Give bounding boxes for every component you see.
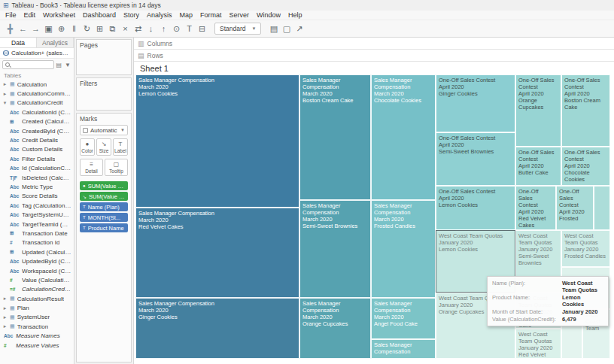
- menu-help[interactable]: Help: [284, 11, 306, 19]
- field-calculationid-calculati[interactable]: AbcCalculationId (Calculati...: [0, 108, 74, 117]
- treemap-tile[interactable]: Sales Manager CompensationMarch 2020Bost…: [299, 74, 371, 200]
- share-icon[interactable]: ↗: [293, 21, 305, 36]
- filters-shelf[interactable]: Filters: [76, 77, 132, 111]
- menu-analysis[interactable]: Analysis: [143, 11, 176, 19]
- treemap-tile[interactable]: One-Off Sales ContestApril 2020Frosted: [556, 186, 594, 230]
- table-calculationcredit[interactable]: ▾▦CalculationCredit: [0, 99, 74, 108]
- collapse-arrow-icon[interactable]: ▾: [2, 100, 8, 106]
- treemap-tile[interactable]: One-Off Sales ContestApril 2020Boston Cr…: [561, 74, 610, 147]
- clear-sheet-icon[interactable]: ×: [119, 21, 132, 36]
- tableau-logo-icon[interactable]: ╋: [4, 21, 17, 36]
- sort-ascending-icon[interactable]: ↓: [144, 21, 157, 36]
- field-created-calculationcr[interactable]: ⊞Created (CalculationCr...: [0, 117, 74, 126]
- field-custom-details[interactable]: AbcCustom Details: [0, 145, 74, 154]
- table-plan[interactable]: ▸▦Plan: [0, 303, 74, 312]
- datasource-item[interactable]: Calculation+ (salescooki...: [0, 48, 74, 59]
- field-measure-names[interactable]: AbcMeasure Names: [0, 332, 74, 341]
- pause-updates-icon[interactable]: ‖: [68, 21, 81, 36]
- expand-arrow-icon[interactable]: ▸: [2, 91, 8, 97]
- field-isdeleted-calculation[interactable]: T|FIsDeleted (Calculation...: [0, 173, 74, 182]
- presentation-mode-icon[interactable]: ▢: [280, 21, 293, 36]
- pill-sum-value-c[interactable]: ●SUM(Value (C...: [80, 181, 128, 190]
- expand-arrow-icon[interactable]: ▸: [2, 305, 8, 311]
- field-tag-calculationcredit[interactable]: AbcTag (CalculationCredit): [0, 201, 74, 210]
- treemap-tile[interactable]: Sales Manager CompensationMarch 2020Fros…: [371, 200, 436, 298]
- run-updates-icon[interactable]: ↻: [81, 21, 93, 36]
- treemap-tile[interactable]: One-Off Sales ContestApril 2020Red Velve…: [515, 186, 556, 230]
- table-systemuser[interactable]: ▸▦SystemUser: [0, 313, 74, 322]
- rows-shelf[interactable]: ▤ Rows: [134, 50, 614, 62]
- field-workspaceid-calculati[interactable]: AbcWorkspaceId (Calculati...: [0, 266, 74, 275]
- menu-story[interactable]: Story: [120, 11, 143, 19]
- menu-edit[interactable]: Edit: [20, 11, 40, 19]
- show-hide-cards-icon[interactable]: ▤: [267, 21, 280, 36]
- label-button[interactable]: TLabel: [113, 138, 128, 156]
- treemap-tile[interactable]: One-Off Sales ContestApril 2020Ginger Co…: [436, 74, 515, 132]
- treemap-tile[interactable]: One-Off Sales ContestApril 2020Orange Cu…: [515, 74, 561, 147]
- expand-arrow-icon[interactable]: ▸: [2, 314, 8, 320]
- table-calculationcommission[interactable]: ▸▦CalculationCommission: [0, 89, 74, 98]
- field-targetteamid-calcula[interactable]: AbcTargetTeamId (Calcula...: [0, 220, 74, 229]
- tab-data[interactable]: Data: [0, 38, 37, 47]
- expand-arrow-icon[interactable]: ▸: [2, 81, 8, 87]
- fix-axes-icon[interactable]: ⊟: [196, 21, 208, 36]
- field-transaction-date[interactable]: ⊞Transaction Date: [0, 229, 74, 238]
- treemap-tile[interactable]: One-Off Sales ContestApril 2020Semi-Swee…: [436, 132, 515, 186]
- treemap-tile[interactable]: Sales Manager CompensationMarch 2020Oran…: [299, 298, 371, 359]
- treemap-tile[interactable]: Sales Manager CompensationMarch 2020Ange…: [371, 298, 436, 339]
- field-targetsystemuserid[interactable]: AbcTargetSystemUserId (...: [0, 210, 74, 219]
- treemap-tile[interactable]: West Coast Team QuotasJanuary 2020Froste…: [561, 230, 610, 267]
- treemap-tile[interactable]: Sales Manager CompensationMarch 2020Semi…: [299, 200, 371, 298]
- treemap-tile[interactable]: Sales Manager CompensationMarch 2020Ging…: [135, 298, 299, 359]
- expand-arrow-icon[interactable]: ▸: [2, 323, 8, 329]
- tooltip-button[interactable]: ▢Tooltip: [105, 159, 128, 176]
- field-credit-details[interactable]: AbcCredit Details: [0, 135, 74, 144]
- pill-sum-value-c[interactable]: ↘SUM(Value (C...: [80, 192, 128, 201]
- pill-product-name[interactable]: TProduct Name: [80, 223, 128, 232]
- menu-window[interactable]: Window: [253, 11, 284, 19]
- view-options-icon[interactable]: ▤: [56, 62, 63, 68]
- menu-server[interactable]: Server: [225, 11, 253, 19]
- swap-axes-icon[interactable]: ⇄: [132, 21, 144, 36]
- field-createdbyid-calculati[interactable]: AbcCreatedById (Calculati...: [0, 126, 74, 135]
- chevron-down-icon[interactable]: ▼: [64, 62, 71, 68]
- menu-dashboard[interactable]: Dashboard: [79, 11, 120, 19]
- table-transaction[interactable]: ▸▦Transaction: [0, 322, 74, 331]
- field-metric-type[interactable]: AbcMetric Type: [0, 182, 74, 191]
- tab-analytics[interactable]: Analytics: [37, 38, 74, 47]
- treemap-tile[interactable]: West Coast Team QuotasJanuary 2020Red Ve…: [515, 329, 561, 359]
- field-calculationcredit-cou[interactable]: =#CalculationCredit (Cou...: [0, 285, 74, 294]
- menu-map[interactable]: Map: [175, 11, 196, 19]
- menu-format[interactable]: Format: [196, 11, 226, 19]
- search-input[interactable]: [2, 60, 54, 69]
- treemap-tile[interactable]: One-Off Sales ContestApril 2020Chocolate…: [561, 147, 610, 186]
- table-calculationresult[interactable]: ▸▦CalculationResult: [0, 294, 74, 303]
- add-data-icon[interactable]: ⊕: [55, 21, 68, 36]
- field-updatedbyid-calculati[interactable]: AbcUpdatedById (Calculati...: [0, 256, 74, 265]
- menu-file[interactable]: File: [2, 11, 20, 19]
- save-icon[interactable]: ▣: [42, 21, 55, 36]
- treemap-tile[interactable]: Sales Manager CompensationMarch 2020Lemo…: [135, 74, 299, 208]
- field-measure-values[interactable]: #Measure Values: [0, 341, 74, 350]
- sort-descending-icon[interactable]: ↑: [157, 21, 170, 36]
- detail-button[interactable]: ≡Detail: [80, 159, 103, 176]
- mark-type-dropdown[interactable]: Automatic ▼: [80, 125, 128, 135]
- undo-icon[interactable]: ←: [17, 21, 29, 36]
- field-id-calculationcredit[interactable]: AbcId (CalculationCredit): [0, 164, 74, 173]
- pill-month-st[interactable]: TMONTH(St...: [80, 213, 128, 222]
- highlight-icon[interactable]: ⊙: [170, 21, 183, 36]
- columns-shelf[interactable]: ▥ Columns: [134, 38, 614, 50]
- redo-icon[interactable]: →: [29, 21, 42, 36]
- treemap-tile[interactable]: Sales Manager CompensationMarch 2020Red …: [135, 208, 299, 298]
- show-mark-labels-icon[interactable]: T: [183, 21, 196, 36]
- size-button[interactable]: ↘Size: [96, 138, 111, 156]
- treemap-tile[interactable]: One-Off Sales ContestApril 2020Butter Ca…: [515, 147, 561, 186]
- treemap-tile[interactable]: Sales Manager Compensation: [371, 339, 436, 359]
- duplicate-icon[interactable]: ⧉: [106, 21, 119, 36]
- field-score-details[interactable]: AbcScore Details: [0, 192, 74, 201]
- pages-shelf[interactable]: Pages: [76, 39, 132, 75]
- menu-worksheet[interactable]: Worksheet: [39, 11, 79, 19]
- field-updated-calculationc[interactable]: ⊞Updated (CalculationC...: [0, 247, 74, 256]
- pill-name-plan[interactable]: TName (Plan): [80, 202, 128, 211]
- expand-arrow-icon[interactable]: ▸: [2, 296, 8, 302]
